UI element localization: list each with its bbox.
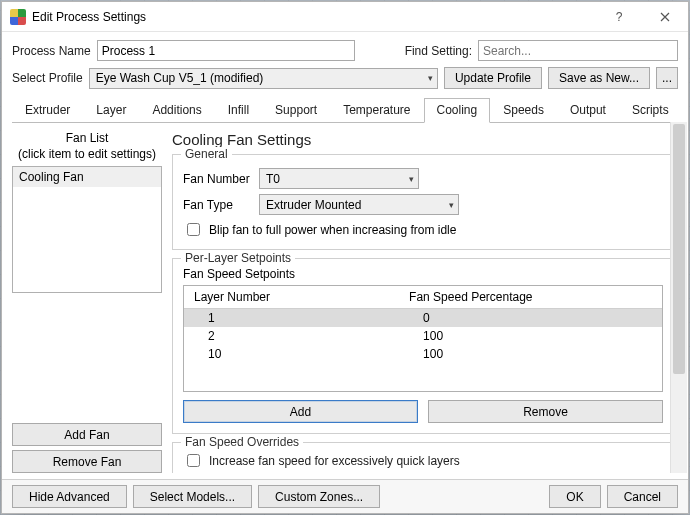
more-profiles-button[interactable]: ... — [656, 67, 678, 89]
find-setting-label: Find Setting: — [405, 44, 472, 58]
remove-fan-button[interactable]: Remove Fan — [12, 450, 162, 473]
tab-temperature[interactable]: Temperature — [330, 98, 423, 123]
group-overrides: Fan Speed Overrides Increase fan speed f… — [172, 442, 674, 473]
select-models-button[interactable]: Select Models... — [133, 485, 252, 508]
cooling-settings-pane: Cooling Fan Settings General Fan Number … — [172, 131, 678, 473]
fan-type-label: Fan Type — [183, 198, 251, 212]
setpoints-table[interactable]: Layer Number Fan Speed Percentage 102100… — [183, 285, 663, 392]
chevron-down-icon: ▾ — [449, 200, 454, 210]
remove-setpoint-button[interactable]: Remove — [428, 400, 663, 423]
profile-combo-value: Eye Wash Cup V5_1 (modified) — [96, 71, 428, 85]
col-layer-number: Layer Number — [184, 286, 399, 309]
col-fan-speed: Fan Speed Percentage — [399, 286, 662, 309]
vertical-scrollbar[interactable] — [670, 122, 687, 473]
process-name-label: Process Name — [12, 44, 91, 58]
blip-fan-checkbox[interactable]: Blip fan to full power when increasing f… — [183, 220, 663, 239]
save-as-new-button[interactable]: Save as New... — [548, 67, 650, 89]
blip-fan-checkbox-input[interactable] — [187, 223, 200, 236]
table-row[interactable]: 10100 — [184, 345, 662, 363]
tab-other[interactable]: Other — [682, 98, 688, 123]
custom-zones-button[interactable]: Custom Zones... — [258, 485, 380, 508]
fan-list-title: Fan List (click item to edit settings) — [12, 131, 162, 162]
group-overrides-legend: Fan Speed Overrides — [181, 435, 303, 449]
footer: Hide Advanced Select Models... Custom Zo… — [2, 479, 688, 513]
profile-combo[interactable]: Eye Wash Cup V5_1 (modified) ▾ — [89, 68, 438, 89]
tab-support[interactable]: Support — [262, 98, 330, 123]
override-enable-checkbox-input[interactable] — [187, 454, 200, 467]
override-enable-checkbox[interactable]: Increase fan speed for excessively quick… — [183, 451, 663, 470]
tab-body-cooling: Fan List (click item to edit settings) C… — [12, 123, 678, 473]
tab-output[interactable]: Output — [557, 98, 619, 123]
fan-list-item[interactable]: Cooling Fan — [13, 167, 161, 187]
ok-button[interactable]: OK — [549, 485, 600, 508]
add-setpoint-button[interactable]: Add — [183, 400, 418, 423]
tab-cooling[interactable]: Cooling — [424, 98, 491, 123]
group-general-legend: General — [181, 147, 232, 161]
find-setting-input[interactable] — [478, 40, 678, 61]
update-profile-button[interactable]: Update Profile — [444, 67, 542, 89]
close-button[interactable] — [642, 2, 688, 32]
fan-list[interactable]: Cooling Fan — [12, 166, 162, 292]
fan-number-label: Fan Number — [183, 172, 251, 186]
dialog-window: Edit Process Settings ? Process Name Fin… — [1, 1, 689, 514]
group-per-layer: Per-Layer Setpoints Fan Speed Setpoints … — [172, 258, 674, 434]
tab-infill[interactable]: Infill — [215, 98, 262, 123]
tab-speeds[interactable]: Speeds — [490, 98, 557, 123]
tabs: ExtruderLayerAdditionsInfillSupportTempe… — [12, 97, 678, 123]
tab-scripts[interactable]: Scripts — [619, 98, 682, 123]
add-fan-button[interactable]: Add Fan — [12, 423, 162, 446]
fan-type-combo[interactable]: Extruder Mounted ▾ — [259, 194, 459, 215]
cancel-button[interactable]: Cancel — [607, 485, 678, 508]
process-name-input[interactable] — [97, 40, 355, 61]
tab-additions[interactable]: Additions — [139, 98, 214, 123]
titlebar: Edit Process Settings ? — [2, 2, 688, 32]
tab-extruder[interactable]: Extruder — [12, 98, 83, 123]
group-per-layer-legend: Per-Layer Setpoints — [181, 251, 295, 265]
hide-advanced-button[interactable]: Hide Advanced — [12, 485, 127, 508]
setpoints-label: Fan Speed Setpoints — [183, 267, 663, 281]
tab-layer[interactable]: Layer — [83, 98, 139, 123]
help-button[interactable]: ? — [596, 2, 642, 32]
window-title: Edit Process Settings — [32, 10, 146, 24]
section-title: Cooling Fan Settings — [172, 131, 674, 148]
table-row[interactable]: 2100 — [184, 327, 662, 345]
chevron-down-icon: ▾ — [428, 73, 433, 83]
app-icon — [10, 9, 26, 25]
content-area: Process Name Find Setting: Select Profil… — [2, 32, 688, 479]
scrollbar-thumb[interactable] — [673, 124, 685, 374]
chevron-down-icon: ▾ — [409, 174, 414, 184]
fan-number-combo[interactable]: T0 ▾ — [259, 168, 419, 189]
group-general: General Fan Number T0 ▾ Fan Type Extrude… — [172, 154, 674, 250]
select-profile-label: Select Profile — [12, 71, 83, 85]
table-row[interactable]: 10 — [184, 309, 662, 328]
fan-list-pane: Fan List (click item to edit settings) C… — [12, 131, 162, 473]
